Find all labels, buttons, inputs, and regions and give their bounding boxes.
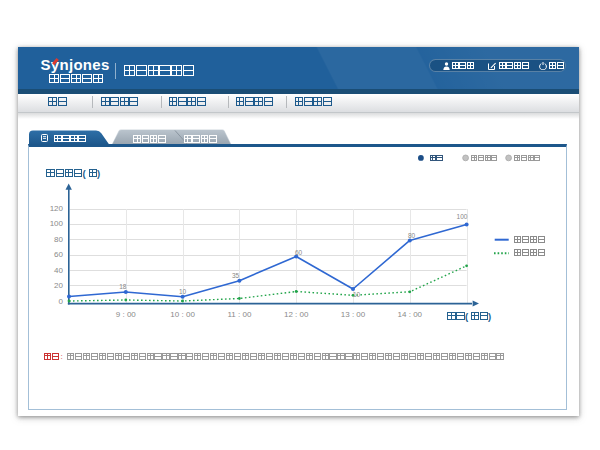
svg-text:60: 60 [54, 250, 63, 259]
svg-text:10 : 00: 10 : 00 [170, 310, 195, 319]
svg-text:11 : 00: 11 : 00 [227, 310, 251, 319]
svg-text:13 : 00: 13 : 00 [341, 310, 366, 319]
svg-text:20: 20 [54, 281, 63, 290]
svg-text:60: 60 [295, 249, 303, 256]
svg-text:100: 100 [457, 213, 468, 220]
svg-text:35: 35 [232, 272, 240, 279]
svg-text:80: 80 [408, 232, 416, 239]
svg-text:0: 0 [59, 297, 64, 306]
svg-text:10: 10 [353, 291, 361, 298]
svg-text:120: 120 [50, 204, 64, 213]
svg-text:14 : 00: 14 : 00 [398, 310, 423, 319]
svg-text:18: 18 [119, 283, 127, 290]
svg-text:9 : 00: 9 : 00 [116, 310, 137, 319]
svg-text:12 : 00: 12 : 00 [284, 310, 309, 319]
svg-text:10: 10 [179, 288, 187, 295]
svg-text:40: 40 [54, 266, 63, 275]
svg-text:100: 100 [50, 219, 64, 228]
svg-text:80: 80 [54, 235, 63, 244]
